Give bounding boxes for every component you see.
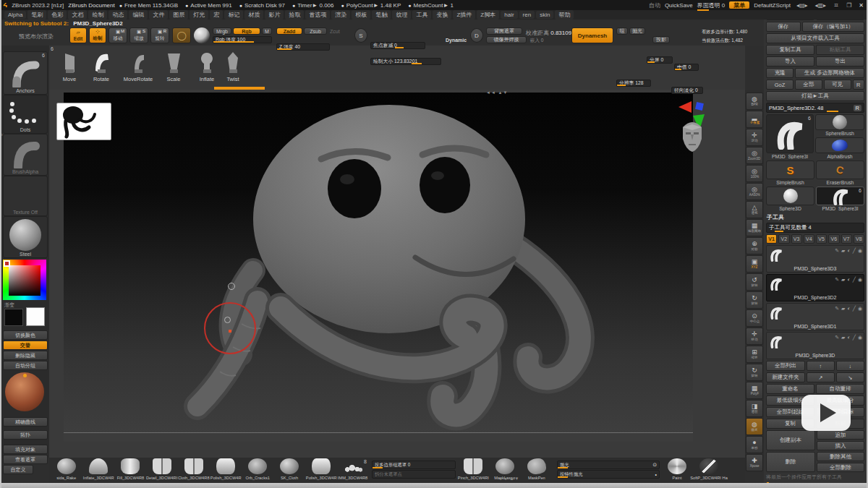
ui-opacity-slider[interactable]: 界面透明 0 [697, 1, 726, 9]
brush-variant-rotate[interactable]: Rotate [87, 50, 116, 82]
subtool-eye-icon[interactable]: ◉ [858, 335, 862, 341]
menu-item-ren[interactable]: ren [519, 11, 535, 19]
aa-half-icon[interactable]: ◎AA50% [746, 183, 763, 200]
rotate-mode-button[interactable]: R ▣旋转 [150, 27, 169, 43]
edit-button[interactable]: ▱Edit [69, 27, 87, 43]
subtool-slash-icon[interactable]: ╱ [853, 306, 856, 312]
subtool-fill-icon[interactable]: ▰ [841, 277, 845, 283]
tray-polish-slider[interactable]: 按特性抛光• [557, 470, 660, 479]
draw-size-slider[interactable]: 绘制大小 123.83201 [370, 58, 441, 65]
brush-variant-move[interactable]: Move [55, 50, 84, 82]
tray-collapse-arrows-top[interactable]: ◄◄ ▲▼ [486, 90, 508, 95]
move-mode-button[interactable]: M ▣移动 [109, 27, 127, 43]
tool-r-button[interactable]: R [854, 105, 861, 111]
tool-panel-button[interactable]: R [853, 80, 864, 90]
tray-slider[interactable]: 拆分未遮罩点 [372, 470, 456, 479]
menu-item-影片[interactable]: 影片 [265, 10, 284, 20]
menu-item-色彩[interactable]: 色彩 [48, 10, 67, 20]
maximize-icon[interactable]: ❐ [845, 2, 853, 9]
menu-item-灯光[interactable]: 灯光 [190, 10, 208, 20]
material-sphere-icon[interactable] [194, 27, 210, 43]
mirror-weld-button[interactable]: 镜像并焊接 [486, 36, 527, 43]
lock-icon[interactable]: ▣XYZ [746, 255, 763, 273]
dynamesh-blur-slider[interactable]: 分屏 0 [647, 56, 673, 64]
subtool-paint-icon[interactable]: ✎ [835, 277, 839, 283]
tray-polish-slider[interactable]: 抛光⊙ [557, 461, 660, 469]
tray-collapse-arrows-bottom[interactable]: ◄◄ ▲▼ [498, 476, 519, 481]
xpose-icon[interactable]: ✚Xpose [746, 454, 763, 471]
mrgb-button[interactable]: Mrgb [213, 27, 231, 35]
tray-brush-Pinch_3DCW4RI[interactable]: Pinch_3DCW4RI [457, 458, 489, 480]
visibility-tab-V5[interactable]: V5 [816, 234, 827, 244]
menu-item-hair[interactable]: hair [501, 11, 517, 19]
sidebar-button-2[interactable]: 删除隐藏 [3, 351, 48, 360]
list-all-button[interactable]: 全部列出 [766, 361, 805, 371]
current-brush-tile[interactable]: 6 Anchors [3, 51, 48, 95]
sidebar-button-0[interactable]: 切换颜色 [3, 330, 48, 340]
tool-thumb[interactable]: SSimpleBrush [766, 160, 814, 185]
radio-icon[interactable]: • [655, 472, 657, 477]
tool-thumbnail-Sphere3D[interactable] [766, 187, 814, 205]
tray-brush-IMM_3DCW4R8[interactable]: 8IMM_3DCW4R8 [337, 458, 369, 480]
zsub-button[interactable]: Zsub [304, 27, 327, 35]
menu-item-skin[interactable]: skin [536, 11, 553, 19]
tool-panel-button[interactable]: 删除 [766, 452, 815, 472]
brush-variant-scale[interactable]: Scale [159, 50, 188, 82]
menu-item-文档[interactable]: 文档 [68, 10, 87, 20]
menu-item-拾取[interactable]: 拾取 [285, 10, 304, 20]
preview-light-dot[interactable] [23, 374, 27, 377]
menu-item-动态[interactable]: 动态 [109, 10, 127, 20]
tool-panel-button[interactable]: 全部 [795, 80, 822, 90]
subtool-up-button[interactable]: ↑ [807, 361, 835, 371]
current-tool-thumbnail[interactable]: 6 [766, 114, 814, 153]
tool-thumb[interactable]: 6PM3D_Sphere3I [816, 187, 864, 211]
rotate-cw-icon[interactable]: ↻旋转 [746, 291, 763, 309]
subtool-eye-icon[interactable]: ◉ [858, 248, 862, 254]
solo-icon[interactable]: ●单独 [746, 436, 763, 453]
tool-panel-button[interactable]: 保存 [766, 22, 801, 32]
subtool-row-PM3D_Sphere3D[interactable]: ✎▰◐╱◉PM3D_Sphere3D [766, 332, 864, 359]
auto-label[interactable]: 自动 [649, 1, 660, 9]
visibility-tab-V1[interactable]: V1 [766, 234, 777, 244]
tray-brush-MaskPen[interactable]: MaskPen [521, 458, 553, 480]
tray-brush-Polish_3DCW4R[interactable]: Polish_3DCW4R [210, 458, 242, 480]
scale-mode-button[interactable]: S ▣缩放 [129, 27, 148, 43]
visibility-tab-V6[interactable]: V6 [828, 234, 839, 244]
active-tool-slider[interactable]: PM3D_Sphere3D2. 48 R [766, 103, 864, 113]
tray-brush-Paint[interactable]: Paint [661, 458, 693, 480]
frame-center-icon[interactable]: ⊙中心点 [746, 309, 763, 327]
dynamic-toggle[interactable]: Dynamic [446, 38, 467, 43]
dynamesh-mid-slider[interactable]: 中值 0 [674, 64, 699, 71]
tray-brush-Cloth_3DCW4R8[interactable]: Cloth_3DCW4R8 [178, 458, 210, 480]
tool-thumb[interactable]: AlphaBrush [815, 137, 864, 159]
close-icon[interactable]: ✕ [857, 2, 865, 9]
dynamesh-project-toggle[interactable]: 投影 [652, 36, 670, 43]
tutorial-play-overlay-icon[interactable] [800, 390, 852, 432]
menu-item-工具[interactable]: 工具 [412, 10, 431, 20]
subtool-paint-icon[interactable]: ✎ [835, 306, 839, 312]
tool-thumb[interactable]: Sphere3D [766, 187, 814, 211]
tool-panel-button[interactable]: 保存（编号加1） [802, 22, 865, 32]
tray-brush-Inflate_3DCW4R[interactable]: Inflate_3DCW4R [82, 458, 114, 480]
subtool-fill-icon[interactable]: ▰ [841, 335, 845, 341]
floor-grid-icon[interactable]: ▦地面网格 [746, 219, 763, 236]
subtool-half-icon[interactable]: ◐ [847, 277, 850, 283]
tool-thumbnail-EraserBrush[interactable]: C [816, 160, 864, 179]
focal-shift-slider[interactable]: 焦点衰减 0 [370, 42, 425, 49]
sculpt-model-octopus[interactable] [64, 93, 693, 442]
subtool-row-PM3D_Sphere3D1[interactable]: ✎▰◐╱◉PM3D_Sphere3D1 [766, 303, 864, 330]
dynamesh-button[interactable]: Dynamesh [571, 27, 613, 43]
dynamesh-polish-button[interactable]: 抛光 [629, 27, 645, 35]
subtool-fill-icon[interactable]: ▰ [841, 248, 845, 254]
subtool-row-PM3D_Sphere3D3[interactable]: ✎▰◐╱◉PM3D_Sphere3D3 [766, 245, 864, 273]
menu-item-材质[interactable]: 材质 [244, 10, 263, 20]
zadd-button[interactable]: Zadd [276, 27, 302, 35]
tool-panel-button[interactable]: 插入 [817, 441, 864, 450]
actual-size-icon[interactable]: ◎100% [746, 165, 763, 182]
visibility-tab-V3[interactable]: V3 [791, 234, 802, 244]
dynamesh-resolution-slider[interactable]: 分辨率 128 [616, 80, 651, 87]
tool-panel-button[interactable]: 生成 多边形网格物体 [795, 68, 864, 78]
menu-item-首选项[interactable]: 首选项 [305, 10, 330, 20]
subtool-paint-icon[interactable]: ✎ [835, 335, 839, 341]
sidebar-button-自定义[interactable]: 自定义 [3, 465, 33, 474]
